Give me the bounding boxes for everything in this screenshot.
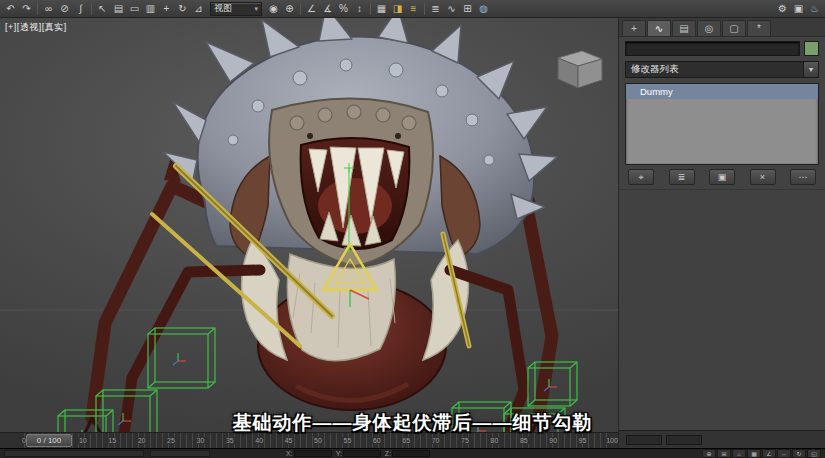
perspective-viewport[interactable]: [+][透视][真实] (0, 18, 618, 432)
percent-snap-icon[interactable]: % (336, 2, 351, 16)
zoom-all-icon[interactable]: ⊞ (717, 449, 731, 458)
viewport-label[interactable]: [+][透视][真实] (5, 21, 67, 34)
motion-tab[interactable]: ◎ (697, 20, 721, 36)
curve-editor-icon[interactable]: ∿ (444, 2, 459, 16)
utilities-tab[interactable]: * (747, 20, 771, 36)
dropdown-value: 视图 (214, 2, 232, 15)
frame-tick-label: 20 (137, 437, 147, 444)
reference-coordinate-dropdown[interactable]: 视图▾ (210, 2, 262, 16)
use-pivot-point-icon[interactable]: ◉ (266, 2, 281, 16)
panel-empty-area (619, 189, 825, 430)
coordinate-label: Z: (385, 450, 391, 457)
status-message-box (150, 450, 210, 457)
coordinate-value (294, 450, 332, 457)
modifier-stack-toolbar: ⌖≣▣×⋯ (619, 165, 825, 189)
pin-stack-button[interactable]: ⌖ (628, 169, 654, 185)
frame-tick-label: 75 (460, 437, 470, 444)
toolbar-separator (300, 3, 301, 15)
key-controls-box[interactable] (626, 435, 662, 445)
hierarchy-tab[interactable]: ▤ (672, 20, 696, 36)
layer-manager-icon[interactable]: ≣ (428, 2, 443, 16)
frame-tick-label: 85 (519, 437, 529, 444)
coordinate-value (343, 450, 381, 457)
spinner-snap-icon[interactable]: ↕ (352, 2, 367, 16)
select-and-move-icon[interactable]: + (159, 2, 174, 16)
material-editor-icon[interactable]: ◍ (476, 2, 491, 16)
frame-tick-label: 15 (107, 437, 117, 444)
render-setup-icon[interactable]: ⚙ (775, 2, 790, 16)
rendered-frame-window-icon[interactable]: ▣ (791, 2, 806, 16)
display-tab[interactable]: ▢ (722, 20, 746, 36)
maxscript-mini-listener[interactable] (4, 450, 144, 457)
redo-icon[interactable]: ↷ (19, 2, 34, 16)
create-tab[interactable]: + (622, 20, 646, 36)
modifier-list-dropdown[interactable]: 修改器列表 ▼ (625, 61, 819, 78)
toolbar-separator (37, 3, 38, 15)
frame-tick-label: 100 (605, 437, 619, 444)
modifier-stack-item[interactable]: Dummy (626, 84, 818, 99)
select-and-scale-icon[interactable]: ⊿ (191, 2, 206, 16)
modify-tab[interactable]: ∿ (647, 20, 671, 36)
bind-to-space-warp-icon[interactable]: ∫ (73, 2, 88, 16)
select-by-name-icon[interactable]: ▤ (111, 2, 126, 16)
chevron-down-icon: ▾ (254, 5, 258, 13)
undo-icon[interactable]: ↶ (3, 2, 18, 16)
coordinate-field[interactable]: Y: (336, 450, 381, 457)
configure-modifier-sets-button[interactable]: ⋯ (790, 169, 816, 185)
frame-tick-label: 90 (548, 437, 558, 444)
rectangular-selection-icon[interactable]: ▭ (127, 2, 142, 16)
coordinate-label: Y: (336, 450, 342, 457)
frame-tick-label: 60 (372, 437, 382, 444)
object-name-field[interactable] (625, 41, 800, 56)
viewport-scene[interactable] (0, 18, 618, 432)
frame-tick-label: 30 (195, 437, 205, 444)
align-icon[interactable]: ≡ (406, 2, 421, 16)
window-crossing-icon[interactable]: ▥ (143, 2, 158, 16)
coordinate-field[interactable]: X: (286, 450, 332, 457)
time-controls-box[interactable] (666, 435, 702, 445)
zoom-extents-all-icon[interactable]: ▦ (747, 449, 761, 458)
object-color-swatch[interactable] (804, 41, 819, 56)
mirror-icon[interactable]: ◨ (390, 2, 405, 16)
frame-tick-label: 80 (489, 437, 499, 444)
status-bar: X:Y:Z: ⊕⊞⌂▦∠↔↻◱ (0, 448, 825, 458)
field-of-view-icon[interactable]: ∠ (762, 449, 776, 458)
unlink-selection-icon[interactable]: ⊘ (57, 2, 72, 16)
edit-named-selections-icon[interactable]: ▦ (374, 2, 389, 16)
zoom-icon[interactable]: ⊕ (702, 449, 716, 458)
remove-modifier-button[interactable]: × (750, 169, 776, 185)
select-and-manipulate-icon[interactable]: ⊕ (282, 2, 297, 16)
frame-tick-label: 35 (225, 437, 235, 444)
chevron-down-icon[interactable]: ▼ (803, 62, 818, 77)
viewport-navigation-cluster: ⊕⊞⌂▦∠↔↻◱ (702, 449, 821, 458)
viewcube[interactable] (558, 51, 602, 88)
snap-toggle-icon[interactable]: ∠ (304, 2, 319, 16)
zoom-extents-icon[interactable]: ⌂ (732, 449, 746, 458)
show-end-result-button[interactable]: ≣ (669, 169, 695, 185)
select-object-icon[interactable]: ↖ (95, 2, 110, 16)
frame-tick-label: 45 (284, 437, 294, 444)
schematic-view-icon[interactable]: ⊞ (460, 2, 475, 16)
coordinate-display: X:Y:Z: (286, 450, 430, 457)
toolbar-separator (370, 3, 371, 15)
command-panel: +∿▤◎▢* 修改器列表 ▼ Dummy ⌖≣▣×⋯ (618, 18, 825, 430)
frame-tick-label: 10 (78, 437, 88, 444)
modifier-stack: Dummy (625, 83, 819, 165)
command-panel-tabs: +∿▤◎▢* (619, 18, 825, 37)
toolbar-separator (424, 3, 425, 15)
make-unique-button[interactable]: ▣ (709, 169, 735, 185)
orbit-icon[interactable]: ↻ (792, 449, 806, 458)
pan-view-icon[interactable]: ↔ (777, 449, 791, 458)
angle-snap-icon[interactable]: ∡ (320, 2, 335, 16)
coordinate-value (392, 450, 430, 457)
coordinate-field[interactable]: Z: (385, 450, 430, 457)
render-production-icon[interactable]: ♨ (807, 2, 822, 16)
object-name-row (619, 37, 825, 58)
maximize-viewport-icon[interactable]: ◱ (807, 449, 821, 458)
main-toolbar: ↶↷∞⊘∫↖▤▭▥+↻⊿视图▾◉⊕∠∡%↕▦◨≡≣∿⊞◍⚙▣♨ (0, 0, 825, 18)
select-and-rotate-icon[interactable]: ↻ (175, 2, 190, 16)
toolbar-separator (91, 3, 92, 15)
frame-tick-label: 65 (401, 437, 411, 444)
select-and-link-icon[interactable]: ∞ (41, 2, 56, 16)
frame-tick-label: 25 (166, 437, 176, 444)
